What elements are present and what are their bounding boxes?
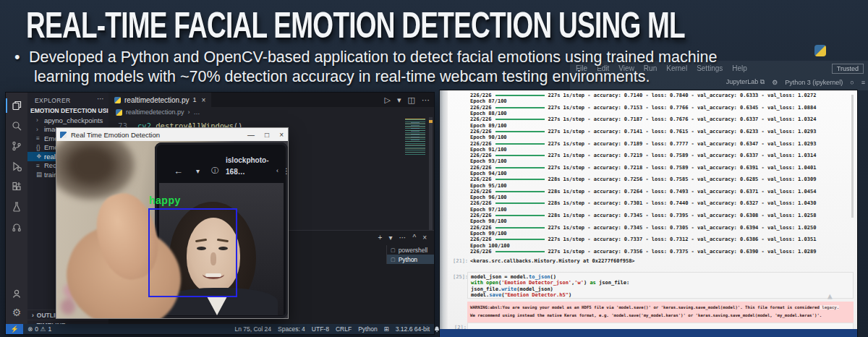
explorer-file-item[interactable]: ›apyno_checkpoints: [27, 116, 109, 125]
status-item[interactable]: Spaces: 4: [278, 325, 305, 333]
log-line: 226/226227s 1s/step - accuracy: 0.7345 -…: [470, 225, 854, 231]
background-object: [56, 141, 135, 200]
log-line: 226/226227s 1s/step - accuracy: 0.7218 -…: [470, 165, 854, 171]
panel-action-icon[interactable]: ⋯: [399, 234, 406, 242]
editor-scrollbar[interactable]: [429, 117, 433, 230]
breadcrumb[interactable]: realtimedetection.py › …: [109, 107, 434, 117]
code-cell-25[interactable]: model_json = model.to_json()with open('E…: [467, 272, 854, 299]
progress-bar: [495, 251, 545, 252]
breadcrumb-file: realtimedetection.py: [126, 108, 184, 116]
scroll-up-arrow-icon[interactable]: ▲: [827, 291, 833, 301]
editor-action-icon[interactable]: ▾: [397, 95, 401, 105]
search-icon[interactable]: [6, 117, 27, 135]
terminal-tab[interactable]: ▢powershell: [387, 245, 434, 255]
extensions-icon[interactable]: [6, 178, 27, 195]
in-prompt-25: [25]:: [453, 274, 468, 280]
kernel-status-icon: ○: [850, 79, 854, 86]
log-line: Epoch 100/100: [470, 242, 854, 248]
webcam-feed: ← ▾ ⓘ islockphoto-168… file:///storage/e…: [56, 141, 288, 318]
status-right-items: Ln 75, Col 24Spaces: 4UTF-8CRLFPython⊞3.…: [234, 325, 430, 333]
bullet-line-1: Developed a Python and OpenCV-based appl…: [29, 48, 717, 67]
scrollbar-marker: [429, 120, 433, 123]
account-icon[interactable]: [6, 285, 27, 302]
log-line: Epoch 96/100: [470, 195, 854, 200]
explorer-icon[interactable]: [6, 97, 27, 114]
log-line: 226/226227s 1s/step - accuracy: 0.7189 -…: [470, 140, 854, 146]
file-type-icon: ≡: [36, 135, 44, 142]
status-item[interactable]: Python: [358, 325, 377, 333]
tab-close-icon[interactable]: ×: [202, 96, 206, 104]
chevron-right-icon: ›: [32, 312, 34, 319]
jupyterlab-link[interactable]: JupyterLab ⧉: [726, 78, 765, 86]
status-item[interactable]: UTF-8: [312, 325, 329, 333]
jupyter-menu-item[interactable]: Help: [732, 64, 747, 72]
log-line: 226/226228s 1s/step - accuracy: 0.7301 -…: [470, 200, 854, 206]
status-item[interactable]: ⊞: [384, 325, 389, 333]
problems-indicator[interactable]: ⊗0 ⚠1: [27, 325, 51, 333]
explorer-root-folder[interactable]: EMOTION DETECTION USING MACHINE LE...: [30, 107, 109, 114]
editor-action-icon[interactable]: ◫: [408, 95, 415, 105]
window-controls: —□×: [247, 128, 284, 141]
hamburger-icon[interactable]: ≡: [861, 79, 865, 86]
log-line: 226/226228s 1s/step - accuracy: 0.7345 -…: [470, 213, 854, 218]
chevron-down-icon: ▾: [196, 167, 200, 175]
explorer-header: EXPLORER: [35, 97, 71, 104]
activity-bar: ⚙: [6, 93, 27, 324]
settings-gear-icon[interactable]: ⚙: [6, 304, 27, 321]
tab-label: realtimedetection.py: [124, 96, 190, 104]
gear-icon[interactable]: ⚙: [772, 79, 778, 86]
status-item[interactable]: 3.12.6 64-bit: [396, 325, 430, 333]
out-prompt-21: [21]:: [453, 258, 468, 264]
file-type-icon: ›: [36, 116, 44, 124]
breadcrumb-more: …: [194, 108, 200, 116]
explorer-more-icon[interactable]: ⋯: [97, 95, 104, 103]
panel-action-icon[interactable]: ×: [422, 234, 427, 242]
log-line: Epoch 98/100: [470, 218, 854, 224]
progress-bar: [495, 167, 545, 168]
emotion-detection-window[interactable]: Real Time Emotion Detection —□× ← ▾ ⓘ is…: [56, 128, 288, 318]
legacy-highlight: legacy.: [820, 305, 839, 310]
window-titlebar[interactable]: Real Time Emotion Detection —□×: [56, 128, 288, 141]
log-line: Epoch 90/100: [470, 135, 854, 140]
slide-title: REAL-TIME FACIAL EMOTION DETECTION USING…: [26, 4, 685, 46]
log-line: 226/226228s 1s/step - accuracy: 0.7256 -…: [470, 176, 854, 182]
log-line: 226/226227s 1s/step - accuracy: 0.7153 -…: [470, 105, 854, 111]
status-item[interactable]: CRLF: [336, 325, 352, 333]
testing-icon[interactable]: [6, 198, 27, 216]
log-line: Epoch 91/100: [470, 147, 854, 153]
python-logo: [814, 45, 826, 56]
log-line: Epoch 87/100: [470, 98, 854, 104]
editor-action-icon[interactable]: ⋯: [422, 95, 430, 105]
kebab-menu-icon: ⋮: [283, 167, 288, 175]
warning-output: WARNING:absl:You are saving your model a…: [467, 302, 854, 323]
tab-realtimedetection[interactable]: realtimedetection.py 1 ×: [109, 93, 211, 107]
panel-actions: +▾⋯^×: [378, 234, 427, 242]
presentation-slide: FileEditViewRunKernelSettingsHelp Truste…: [0, 0, 868, 337]
file-type-icon: ›: [36, 126, 44, 133]
source-control-icon[interactable]: [6, 137, 27, 155]
terminal-tab[interactable]: ▢Python: [387, 255, 434, 264]
terminal-label: Python: [399, 256, 417, 263]
window-control-icon[interactable]: □: [265, 131, 269, 139]
remote-indicator[interactable]: ⚡: [6, 324, 23, 334]
notebook-scrollbar[interactable]: [851, 95, 854, 218]
log-line: Epoch 95/100: [470, 182, 854, 188]
panel-action-icon[interactable]: ▾: [388, 234, 392, 242]
references-icon[interactable]: [6, 218, 27, 236]
window-control-icon[interactable]: ×: [279, 131, 284, 139]
notebook-left-edge: [440, 90, 448, 337]
bell-icon[interactable]: [434, 326, 440, 333]
warnings-icon: ⚠: [41, 325, 46, 333]
share-icon: ‹: [276, 167, 278, 174]
editor-action-icon[interactable]: ▷: [385, 95, 391, 105]
progress-bar: [495, 155, 545, 156]
panel-action-icon[interactable]: +: [378, 234, 383, 242]
jupyter-notebook: 226/226227s 1s/step - accuracy: 0.7140 -…: [440, 90, 857, 337]
panel-action-icon[interactable]: ^: [412, 234, 416, 242]
status-item[interactable]: Ln 75, Col 24: [234, 325, 271, 333]
run-debug-icon[interactable]: [6, 158, 27, 175]
minimap[interactable]: [405, 119, 425, 155]
progress-bar: [495, 239, 545, 240]
kernel-name[interactable]: Python 3 (ipykernel): [785, 79, 843, 86]
window-control-icon[interactable]: —: [247, 131, 255, 139]
